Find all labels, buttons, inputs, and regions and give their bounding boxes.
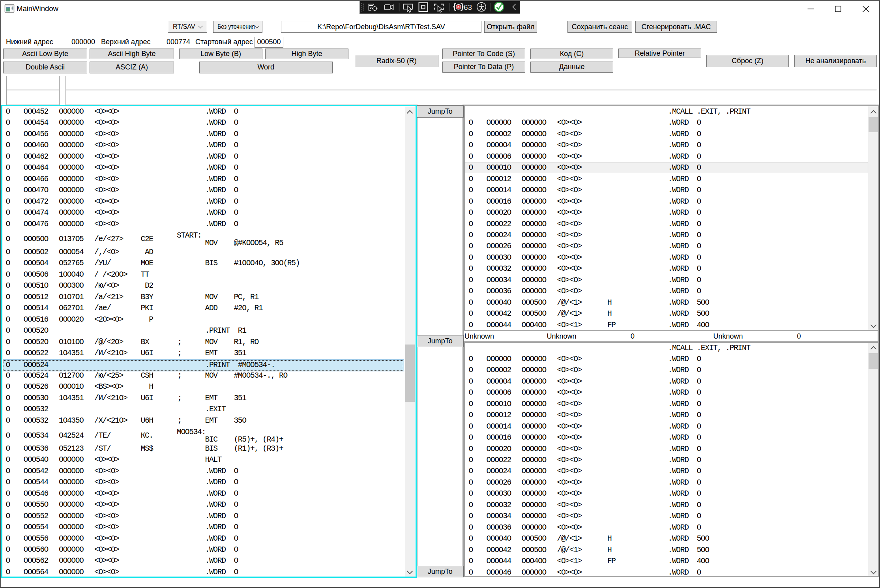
svg-text:63: 63	[464, 3, 472, 11]
